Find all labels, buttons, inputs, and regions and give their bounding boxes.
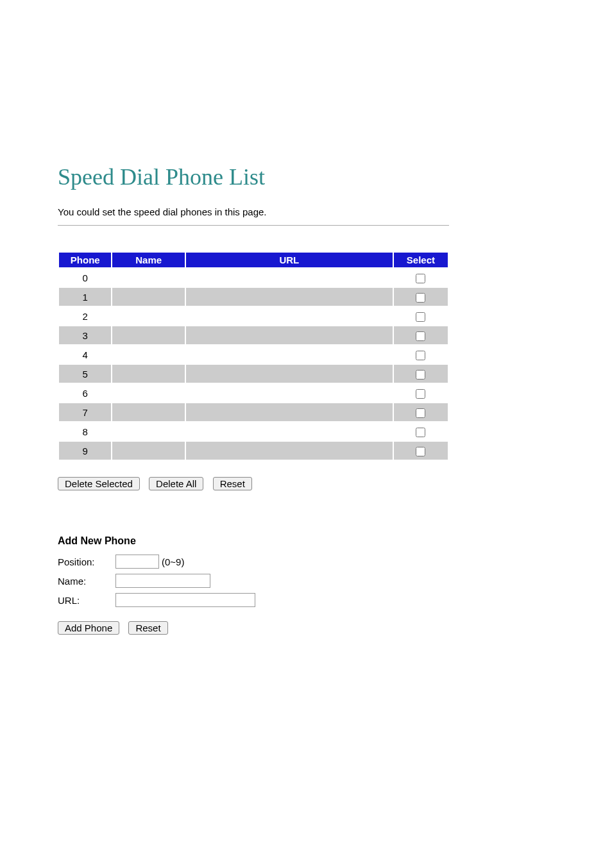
cell-url [186, 384, 393, 402]
cell-name [112, 365, 184, 383]
cell-url [186, 442, 393, 460]
cell-url [186, 422, 393, 440]
cell-url [186, 365, 393, 383]
header-name: Name [112, 253, 184, 267]
cell-name [112, 288, 184, 306]
add-phone-heading: Add New Phone [58, 535, 554, 547]
header-select: Select [394, 253, 448, 267]
cell-name [112, 307, 184, 325]
cell-url [186, 307, 393, 325]
speed-dial-table: Phone Name URL Select 0 1 2 3 [58, 251, 449, 461]
position-input[interactable] [115, 555, 159, 569]
select-checkbox[interactable] [416, 389, 425, 399]
cell-url [186, 346, 393, 363]
cell-name [112, 384, 184, 402]
cell-url [186, 269, 393, 287]
header-phone: Phone [59, 253, 111, 267]
select-checkbox[interactable] [416, 331, 425, 341]
name-label: Name: [58, 576, 115, 587]
cell-phone: 0 [59, 269, 111, 287]
cell-name [112, 346, 184, 363]
cell-phone: 5 [59, 365, 111, 383]
table-row: 0 [59, 269, 448, 287]
table-row: 9 [59, 442, 448, 460]
header-url: URL [186, 253, 393, 267]
reset-add-button[interactable]: Reset [128, 621, 167, 635]
table-row: 3 [59, 326, 448, 344]
delete-selected-button[interactable]: Delete Selected [58, 477, 140, 490]
cell-phone: 2 [59, 307, 111, 325]
cell-url [186, 403, 393, 421]
position-label: Position: [58, 556, 115, 567]
add-phone-button[interactable]: Add Phone [58, 621, 119, 635]
position-hint: (0~9) [162, 556, 184, 567]
page-description: You could set the speed dial phones in t… [58, 206, 554, 217]
url-input[interactable] [115, 593, 255, 607]
cell-name [112, 422, 184, 440]
cell-phone: 3 [59, 326, 111, 344]
cell-name [112, 403, 184, 421]
delete-all-button[interactable]: Delete All [149, 477, 203, 490]
reset-list-button[interactable]: Reset [213, 477, 252, 490]
page-title: Speed Dial Phone List [58, 163, 554, 190]
table-row: 4 [59, 346, 448, 363]
cell-url [186, 288, 393, 306]
url-label: URL: [58, 595, 115, 606]
cell-phone: 9 [59, 442, 111, 460]
cell-phone: 6 [59, 384, 111, 402]
table-row: 8 [59, 422, 448, 440]
cell-name [112, 442, 184, 460]
cell-phone: 8 [59, 422, 111, 440]
select-checkbox[interactable] [416, 351, 425, 360]
select-checkbox[interactable] [416, 428, 425, 437]
select-checkbox[interactable] [416, 274, 425, 283]
cell-name [112, 269, 184, 287]
select-checkbox[interactable] [416, 370, 425, 380]
select-checkbox[interactable] [416, 312, 425, 322]
table-row: 7 [59, 403, 448, 421]
cell-name [112, 326, 184, 344]
divider [58, 225, 449, 226]
table-row: 5 [59, 365, 448, 383]
cell-phone: 1 [59, 288, 111, 306]
name-input[interactable] [115, 574, 210, 588]
table-row: 6 [59, 384, 448, 402]
select-checkbox[interactable] [416, 447, 425, 456]
table-row: 2 [59, 307, 448, 325]
select-checkbox[interactable] [416, 293, 425, 303]
select-checkbox[interactable] [416, 408, 425, 418]
table-row: 1 [59, 288, 448, 306]
cell-url [186, 326, 393, 344]
cell-phone: 4 [59, 346, 111, 363]
cell-phone: 7 [59, 403, 111, 421]
